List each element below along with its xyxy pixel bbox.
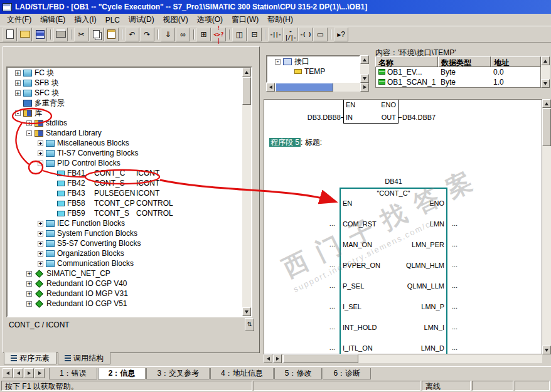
output-operand[interactable]: ... [447,261,491,268]
tree-expander-icon[interactable]: + [38,241,43,246]
toolbar-button[interactable] [68,28,73,41]
tree-expander-icon[interactable]: + [26,120,32,126]
menu-item[interactable]: 编辑(E) [36,13,70,26]
scroll-up-icon[interactable] [542,99,551,108]
column-header[interactable]: 名称 [375,56,438,67]
toolbar-button-undo[interactable]: ↶ [125,28,139,41]
tree-item[interactable]: + System Function Blocks [8,228,251,238]
output-operand[interactable]: ... [447,240,491,248]
toolbar-button[interactable] [48,28,53,41]
menu-item[interactable]: 视图(V) [159,13,193,26]
tree-item[interactable]: FB41 CONT_C ICONT [8,168,251,178]
toolbar-button-print[interactable] [53,28,68,41]
tree-item[interactable]: + Miscellaneous Blocks [8,138,251,148]
scroll-thumb[interactable] [276,83,333,92]
interface-tree-vscroll[interactable] [360,55,369,83]
move-block[interactable]: EN ENO IN OUT [343,100,399,124]
move-output-operand[interactable]: DB4.DBB7 [402,114,436,121]
tree-item[interactable]: + TI-S7 Converting Blocks [8,148,251,158]
tree-item[interactable]: + stdlibs [8,118,251,128]
menu-item[interactable]: 窗口(W) [227,13,263,26]
tree-expander-icon[interactable]: + [15,80,21,86]
interface-tree-item[interactable]: TEMP [267,66,359,77]
toolbar-button[interactable] [191,28,196,41]
toolbar-button-paste[interactable] [104,28,119,41]
menu-item[interactable]: PLC [101,14,124,26]
tree-expander-icon[interactable]: + [38,151,43,156]
tree-expander-icon[interactable]: - [38,161,43,166]
toolbar-button-split-source[interactable]: ◫ [232,28,247,41]
tree-item[interactable]: - 库 [8,108,251,118]
toolbar-button[interactable] [155,28,160,41]
scroll-left-icon[interactable] [266,83,275,92]
toolbar-button[interactable] [262,28,267,41]
move-input-operand[interactable]: DB3.DBB8 [292,114,341,121]
scroll-down-icon[interactable] [541,79,550,88]
input-operand[interactable]: ... [296,323,340,331]
tree-expander-icon[interactable]: - [26,130,32,136]
output-operand[interactable]: ... [447,323,491,331]
tree-item[interactable]: + Redundant IO CGP V40 [8,278,251,289]
menu-item[interactable]: 文件(F) [3,13,36,26]
tree-expander-icon[interactable]: + [15,90,21,96]
table-vscroll[interactable] [541,56,550,88]
prev-tab-icon[interactable] [13,368,23,378]
tree-expander-icon[interactable]: + [15,70,21,76]
output-operand[interactable]: ... [447,220,491,227]
scroll-right-icon[interactable] [273,354,282,363]
menu-item[interactable]: 调试(D) [124,13,159,26]
last-tab-icon[interactable] [35,368,45,378]
tree-item[interactable]: - Standard Library [8,128,251,138]
network-header[interactable]: 程序段 5: 标题: [269,137,322,148]
output-operand[interactable]: ... [447,344,491,351]
scroll-left-icon[interactable] [264,354,272,363]
tree-item[interactable]: + Organization Blocks [8,248,251,258]
input-operand[interactable]: ... [296,344,340,351]
ladder-vscroll[interactable] [542,99,551,354]
variable-row-OB1_EV...[interactable]: OB1_EV... Byte 0.0 [376,67,540,77]
menu-item[interactable]: 帮助(H) [263,13,297,26]
variable-row-OB1_SCAN_1[interactable]: OB1_SCAN_1 Byte 1.0 [376,77,540,87]
message-tab[interactable]: 5：修改 [274,368,323,379]
toolbar-button-copy[interactable] [89,28,104,41]
tree-item[interactable]: + Redundant IO CGP V51 [8,299,251,309]
toolbar-button-new[interactable] [3,28,17,41]
toolbar-button-cut[interactable]: ✂ [74,28,88,41]
toolbar-button-empty-box[interactable]: ▭ [313,28,328,41]
scroll-down-icon[interactable] [542,346,551,354]
tree-expander-icon[interactable]: - [15,110,21,116]
tree-item[interactable]: + SFB 块 [8,78,251,88]
input-operand[interactable]: ... [296,220,340,227]
cont-c-block[interactable]: DB41 "CONT_C" ENENO ... COM_RSTLMN ... [296,177,503,354]
tree-expander-icon[interactable]: + [26,291,32,297]
tree-item[interactable]: + Redundant IO MGP V31 [8,289,251,299]
ladder-editor[interactable]: EN ENO IN OUT DB3.DBB8 DB4.DBB7 程序段 5: 标… [264,99,542,354]
tree-item[interactable]: + FC 块 [8,68,251,78]
pin-row[interactable]: ... PVPER_ONQLMN_HLM ... [296,261,503,282]
tree-item[interactable]: 多重背景 [8,98,251,108]
tree-expander-icon[interactable]: + [38,221,43,226]
toolbar-button[interactable] [328,28,333,41]
tree-item[interactable]: FB58 TCONT_CP CONTROL [8,198,251,208]
pin-row[interactable]: ... I_ITL_ONLMN_D ... [296,344,503,354]
tree-expander-icon[interactable]: + [38,251,43,257]
sort-toggle-icon[interactable]: ⇅ [245,318,254,331]
pin-row[interactable]: ENENO [296,199,503,220]
title-bar[interactable]: LAD/STL/FBD - [OB1 -- "Cycle Execution" … [0,0,551,14]
column-header[interactable]: 地址 [491,56,541,67]
interface-tree-hscroll[interactable] [266,83,369,92]
toolbar-button-monitor[interactable]: ∞ [176,28,190,41]
first-tab-icon[interactable] [3,368,13,378]
output-operand[interactable]: ... [447,302,491,310]
tree-item[interactable]: + Communication Blocks [8,258,251,268]
tree-item[interactable]: + SFC 块 [8,88,251,98]
pin-row[interactable]: ... COM_RSTLMN ... [296,220,503,240]
tree-item[interactable]: FB43 PULSEGEN ICONT [8,188,251,198]
message-tab[interactable]: 3：交叉参考 [146,368,210,379]
tree-expander-icon[interactable]: + [26,301,32,307]
tree-expander-icon[interactable]: + [26,271,32,277]
toolbar-button-contact-nc[interactable]: -|/|- [283,28,297,41]
toolbar-button[interactable] [119,28,124,41]
toolbar-button[interactable] [227,28,232,41]
tree-expander-icon[interactable]: + [38,140,43,146]
